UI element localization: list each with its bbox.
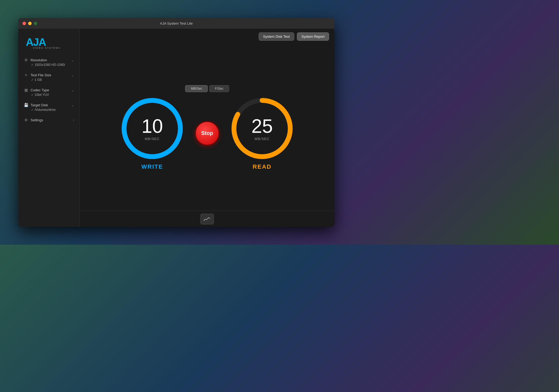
target-disk-chevron-icon: ⌄ [71,103,74,107]
window-title: AJA System Test Lite [160,21,193,25]
write-gauge-container: 10 MB/SEC WRITE [120,96,184,170]
target-disk-check-icon: ✓ [31,108,33,112]
read-gauge-center: 25 MB/SEC [251,116,273,141]
f-sec-button[interactable]: F/Sec [209,85,229,92]
write-gauge-circle: 10 MB/SEC [120,96,184,161]
mb-sec-button[interactable]: MB/Sec [185,85,208,92]
target-disk-value: ✓ /Volumes/drive [24,107,74,113]
write-unit: MB/SEC [141,137,163,141]
codec-chevron-icon: ⌄ [71,88,74,92]
settings-chevron-icon: › [73,118,74,122]
codec-header: ▦ Codec Type ⌄ [24,88,74,92]
system-disk-test-button[interactable]: System Disk Test [259,32,294,41]
file-size-icon: ≡ [24,73,28,77]
codec-value: ✓ 10bit YUV [24,92,74,98]
settings-label: Settings [31,118,43,122]
settings-icon: ⚙ [24,118,28,122]
file-size-header: ≡ Test File Size ⌄ [24,73,74,77]
file-size-value: ✓ 1 GB [24,77,74,83]
resolution-value: ✓ 1920x1080 HD-1080i [24,62,74,68]
resolution-check-icon: ✓ [31,63,33,67]
settings-header: ⚙ Settings › [24,118,74,122]
svg-text:VIDEO SYSTEMS: VIDEO SYSTEMS [33,47,60,49]
read-unit: MB/SEC [251,137,273,141]
right-panel: System Disk Test System Report MB/Sec F/… [80,29,334,227]
top-bar: System Disk Test System Report [80,29,334,44]
file-size-check-icon: ✓ [31,78,33,82]
bottom-bar [80,211,334,227]
svg-text:AJA: AJA [26,36,46,48]
codec-check-icon: ✓ [31,93,33,97]
minimize-button[interactable] [28,22,32,25]
stop-button[interactable]: Stop [195,121,219,145]
gauges-area: MB/Sec F/Sec 10 MB/SEC [80,44,334,211]
read-gauge-circle: 25 MB/SEC [230,96,294,161]
stop-button-container: Stop [195,121,219,145]
gauges-row: 10 MB/SEC WRITE Stop [120,96,294,170]
file-size-label: Test File Size [31,73,51,77]
read-value: 25 [251,116,273,135]
app-window: AJA System Test Lite AJA VIDEO SYSTEMS ⚙… [18,18,334,227]
write-value: 10 [141,116,163,135]
chart-button[interactable] [200,214,214,224]
write-label: WRITE [141,163,163,170]
read-label: READ [253,163,271,170]
sidebar-item-codec[interactable]: ▦ Codec Type ⌄ ✓ 10bit YUV [18,85,80,100]
sidebar-item-settings[interactable]: ⚙ Settings › [18,115,80,125]
target-disk-header: 💾 Target Disk ⌄ [24,103,74,107]
traffic-lights [23,22,37,25]
maximize-button[interactable] [34,22,37,25]
aja-logo: AJA VIDEO SYSTEMS [24,36,61,49]
codec-icon: ▦ [24,88,28,92]
title-bar: AJA System Test Lite [18,18,334,29]
sidebar-item-resolution[interactable]: ⚙ Resolution ⌄ ✓ 1920x1080 HD-1080i [18,55,80,70]
logo-area: AJA VIDEO SYSTEMS [18,33,80,55]
target-disk-icon: 💾 [24,103,28,107]
close-button[interactable] [23,22,26,25]
write-gauge-center: 10 MB/SEC [141,116,163,141]
target-disk-label: Target Disk [31,103,48,107]
resolution-header: ⚙ Resolution ⌄ [24,58,74,62]
main-content: AJA VIDEO SYSTEMS ⚙ Resolution ⌄ ✓ 1920x… [18,29,334,227]
read-gauge-container: 25 MB/SEC READ [230,96,294,170]
sidebar-item-file-size[interactable]: ≡ Test File Size ⌄ ✓ 1 GB [18,70,80,85]
chart-icon [203,216,211,222]
resolution-label: Resolution [31,58,47,62]
resolution-chevron-icon: ⌄ [71,58,74,62]
sidebar: AJA VIDEO SYSTEMS ⚙ Resolution ⌄ ✓ 1920x… [18,29,80,227]
system-report-button[interactable]: System Report [297,32,329,41]
resolution-icon: ⚙ [24,58,28,62]
sidebar-item-target-disk[interactable]: 💾 Target Disk ⌄ ✓ /Volumes/drive [18,100,80,115]
file-size-chevron-icon: ⌄ [71,73,74,77]
units-row: MB/Sec F/Sec [185,85,229,92]
codec-label: Codec Type [31,88,49,92]
